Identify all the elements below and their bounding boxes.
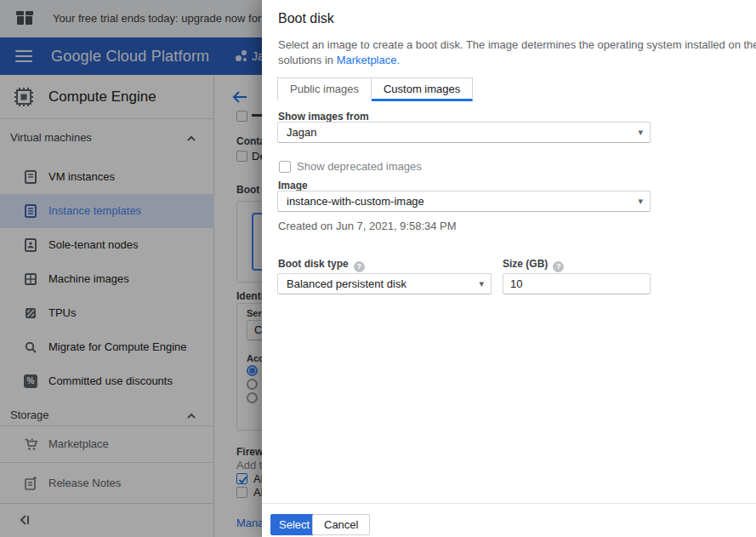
boot-disk-type-value: Balanced persistent disk — [287, 277, 406, 290]
modal-description-line2: solutions in Marketplace. — [278, 54, 400, 66]
dropdown-caret-icon: ▾ — [638, 127, 643, 138]
help-icon[interactable]: ? — [354, 261, 365, 272]
tab-custom-images[interactable]: Custom images — [372, 77, 473, 101]
boot-disk-type-select[interactable]: Balanced persistent disk ▾ — [277, 273, 492, 294]
size-gb-label: Size (GB)? — [503, 258, 564, 272]
select-button[interactable]: Select — [270, 514, 318, 535]
image-select[interactable]: instance-with-custom-image ▾ — [277, 191, 651, 212]
label-text: Size (GB) — [503, 258, 548, 270]
dropdown-caret-icon: ▾ — [638, 196, 643, 207]
tab-public-images[interactable]: Public images — [277, 77, 372, 101]
show-images-from-select[interactable]: Jagan ▾ — [277, 122, 651, 143]
marketplace-link[interactable]: Marketplace. — [337, 54, 400, 66]
modal-description-line1: Select an image to create a boot disk. T… — [278, 38, 756, 51]
modal-footer-divider — [262, 503, 756, 504]
show-deprecated-label: Show deprecated images — [297, 160, 422, 173]
show-deprecated-checkbox[interactable] — [279, 161, 291, 173]
help-icon[interactable]: ? — [553, 261, 564, 272]
label-text: Boot disk type — [278, 258, 349, 270]
boot-disk-type-label: Boot disk type? — [278, 258, 365, 272]
show-images-from-value: Jagan — [287, 126, 316, 139]
show-images-from-label: Show images from — [278, 111, 369, 123]
dropdown-caret-icon: ▾ — [479, 278, 484, 289]
gcp-console-page: Your free trial ends today: upgrade now … — [0, 0, 756, 537]
image-label: Image — [278, 180, 308, 191]
modal-title: Boot disk — [278, 11, 334, 26]
boot-disk-modal: Boot disk Select an image to create a bo… — [262, 0, 756, 537]
size-gb-input[interactable] — [503, 273, 651, 294]
image-value: instance-with-custom-image — [287, 195, 424, 208]
created-on-text: Created on Jun 7, 2021, 9:58:34 PM — [278, 220, 457, 232]
image-tabs: Public images Custom images — [277, 77, 473, 101]
description-text: solutions in — [278, 54, 337, 66]
cancel-button[interactable]: Cancel — [312, 514, 370, 535]
